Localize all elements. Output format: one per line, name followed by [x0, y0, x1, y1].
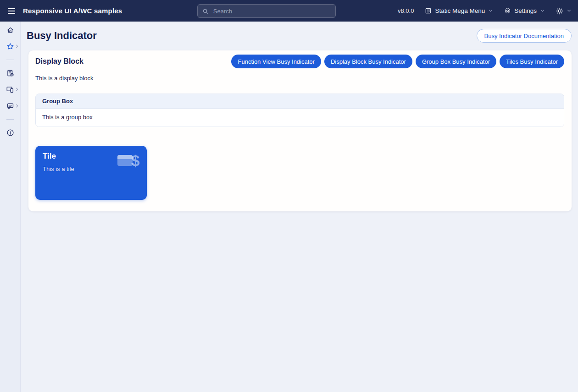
- busy-indicator-documentation-button[interactable]: Busy Indicator Documentation: [477, 29, 572, 43]
- sidebar-item-devices[interactable]: [0, 81, 20, 98]
- card-header: Display Block Function View Busy Indicat…: [35, 55, 564, 68]
- sidebar-item-samples[interactable]: [0, 38, 20, 55]
- sidebar: [0, 22, 21, 392]
- sidebar-item-feedback[interactable]: [0, 98, 20, 114]
- search-box[interactable]: [197, 4, 336, 18]
- group-box-title: Group Box: [36, 94, 564, 109]
- static-mega-menu-dropdown[interactable]: Static Mega Menu: [425, 7, 493, 14]
- chevron-right-icon: [15, 104, 19, 108]
- main-layout: Busy Indicator Busy Indicator Documentat…: [0, 22, 578, 392]
- billing-card-dollar-icon: $: [117, 152, 141, 171]
- group-box-busy-indicator-button[interactable]: Group Box Busy Indicator: [416, 55, 496, 68]
- chevron-right-icon: [15, 44, 19, 49]
- display-block-busy-indicator-button[interactable]: Display Block Busy Indicator: [324, 55, 412, 68]
- theme-dropdown[interactable]: [556, 7, 572, 15]
- topbar-right-group: v8.0.0 Static Mega Menu Settings: [398, 7, 572, 15]
- home-icon: [6, 26, 14, 34]
- busy-indicator-button-row: Function View Busy Indicator Display Blo…: [231, 55, 564, 68]
- page-title: Busy Indicator: [27, 30, 97, 42]
- page-header: Busy Indicator Busy Indicator Documentat…: [21, 22, 578, 50]
- svg-text:$: $: [131, 152, 139, 169]
- sidebar-item-home[interactable]: [0, 22, 20, 38]
- content-spacer: [21, 211, 578, 392]
- tiles-busy-indicator-button[interactable]: Tiles Busy Indicator: [500, 55, 564, 68]
- display-block-card: Display Block Function View Busy Indicat…: [28, 50, 572, 211]
- hamburger-icon: [7, 6, 16, 16]
- chevron-down-icon: [488, 8, 493, 13]
- sidebar-divider: [0, 114, 20, 124]
- sidebar-item-forms[interactable]: [0, 65, 20, 81]
- sidebar-divider: [0, 55, 20, 65]
- search-input[interactable]: [212, 7, 331, 15]
- chat-icon: [6, 102, 14, 110]
- display-block-description: This is a display block: [35, 75, 564, 82]
- function-view-busy-indicator-button[interactable]: Function View Busy Indicator: [231, 55, 321, 68]
- report-form-icon: [6, 69, 14, 77]
- chevron-right-icon: [15, 87, 19, 92]
- star-icon: [6, 43, 14, 50]
- top-bar: Responsive UI A/WC samples v8.0.0 Static…: [0, 0, 578, 22]
- version-label: v8.0.0: [398, 7, 414, 14]
- tile[interactable]: Tile This is a tile $: [35, 146, 147, 200]
- group-box-body: This is a group box: [36, 109, 564, 127]
- devices-icon: [6, 85, 14, 94]
- mega-menu-icon: [425, 7, 432, 14]
- info-icon: [6, 129, 14, 137]
- card-title: Display Block: [35, 57, 83, 66]
- content-area: Busy Indicator Busy Indicator Documentat…: [21, 22, 578, 392]
- sun-theme-icon: [556, 7, 563, 15]
- hamburger-menu-button[interactable]: [4, 3, 19, 19]
- chevron-down-icon: [540, 8, 545, 13]
- group-box: Group Box This is a group box: [35, 94, 564, 127]
- settings-label: Settings: [514, 7, 537, 14]
- app-title: Responsive UI A/WC samples: [23, 7, 122, 15]
- mega-menu-label: Static Mega Menu: [435, 7, 485, 14]
- settings-dropdown[interactable]: Settings: [504, 7, 545, 14]
- gear-icon: [504, 7, 511, 14]
- chevron-down-icon: [567, 8, 572, 13]
- sidebar-item-about[interactable]: [0, 124, 20, 141]
- search-icon: [202, 8, 209, 15]
